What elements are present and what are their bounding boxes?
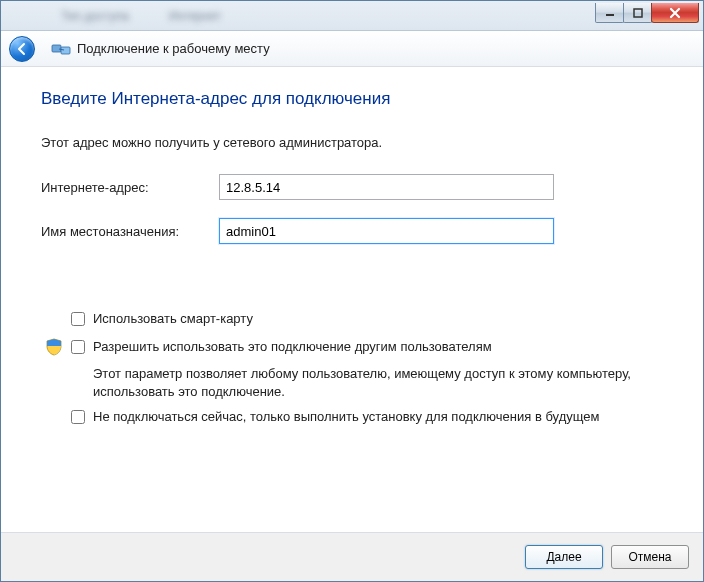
- close-button[interactable]: [651, 3, 699, 23]
- connection-icon: [51, 40, 71, 58]
- smart-card-checkbox[interactable]: [71, 312, 85, 326]
- allow-others-help: Этот параметр позволяет любому пользоват…: [93, 365, 663, 400]
- nav-title: Подключение к рабочему месту: [77, 41, 270, 56]
- svg-rect-2: [52, 45, 61, 52]
- page-subtext: Этот адрес можно получить у сетевого адм…: [41, 135, 663, 150]
- back-button[interactable]: [9, 36, 35, 62]
- options-group: Использовать смарт-карту Разрешить испол…: [71, 310, 663, 436]
- allow-others-checkbox[interactable]: [71, 340, 85, 354]
- cancel-button[interactable]: Отмена: [611, 545, 689, 569]
- smart-card-option: Использовать смарт-карту: [71, 310, 663, 328]
- internet-address-input[interactable]: [219, 174, 554, 200]
- blurred-text: Тип доступа: [61, 9, 129, 23]
- svg-rect-1: [634, 9, 642, 17]
- dont-connect-option: Не подключаться сейчас, только выполнить…: [71, 408, 663, 426]
- dont-connect-checkbox[interactable]: [71, 410, 85, 424]
- wizard-window: Тип доступа Интернет: [0, 0, 704, 582]
- back-arrow-icon: [15, 42, 29, 56]
- wizard-content: Введите Интернета-адрес для подключения …: [1, 67, 703, 533]
- allow-others-option: Разрешить использовать это подключение д…: [71, 338, 663, 356]
- maximize-icon: [633, 8, 643, 18]
- internet-address-row: Интернете-адрес:: [41, 174, 663, 200]
- minimize-button[interactable]: [595, 3, 624, 23]
- title-bar: Тип доступа Интернет: [1, 1, 703, 31]
- window-controls: [596, 3, 699, 23]
- destination-name-input[interactable]: [219, 218, 554, 244]
- close-icon: [668, 7, 682, 19]
- internet-address-label: Интернете-адрес:: [41, 180, 219, 195]
- svg-rect-3: [61, 47, 70, 54]
- next-button[interactable]: Далее: [525, 545, 603, 569]
- nav-bar: Подключение к рабочему месту: [1, 31, 703, 67]
- smart-card-label: Использовать смарт-карту: [93, 310, 253, 328]
- page-heading: Введите Интернета-адрес для подключения: [41, 89, 663, 109]
- shield-icon: [45, 338, 63, 356]
- minimize-icon: [605, 8, 615, 18]
- blurred-text: Интернет: [169, 9, 221, 23]
- allow-others-label: Разрешить использовать это подключение д…: [93, 338, 492, 356]
- destination-name-row: Имя местоназначения:: [41, 218, 663, 244]
- background-blurred-text: Тип доступа Интернет: [1, 1, 583, 30]
- maximize-button[interactable]: [623, 3, 652, 23]
- dont-connect-label: Не подключаться сейчас, только выполнить…: [93, 408, 599, 426]
- destination-name-label: Имя местоназначения:: [41, 224, 219, 239]
- wizard-footer: Далее Отмена: [1, 533, 703, 581]
